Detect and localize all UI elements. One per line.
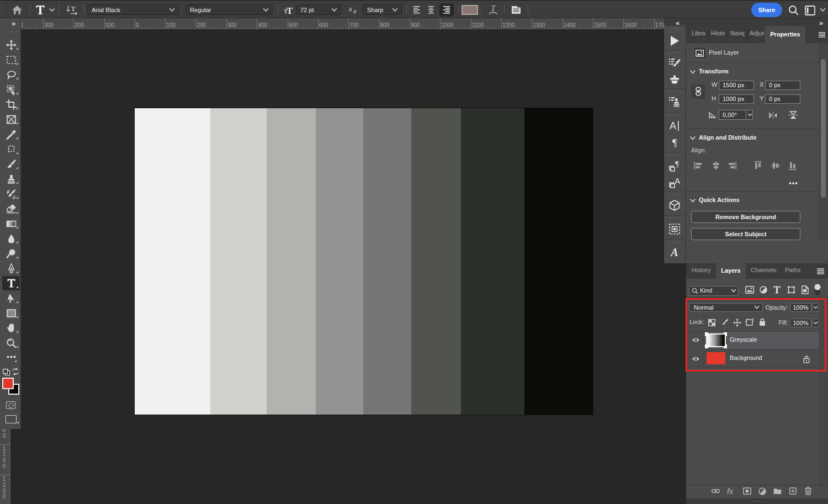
svg-text:T: T bbox=[286, 6, 293, 16]
svg-text:A: A bbox=[675, 176, 680, 185]
svg-text:¶: ¶ bbox=[672, 137, 677, 148]
svg-text:a: a bbox=[349, 5, 352, 13]
svg-text:a: a bbox=[353, 7, 357, 15]
svg-text:T: T bbox=[491, 4, 496, 13]
svg-text:¶: ¶ bbox=[675, 160, 679, 168]
svg-text:A: A bbox=[670, 120, 676, 131]
svg-text:T: T bbox=[71, 4, 76, 13]
svg-text:A: A bbox=[670, 246, 678, 258]
